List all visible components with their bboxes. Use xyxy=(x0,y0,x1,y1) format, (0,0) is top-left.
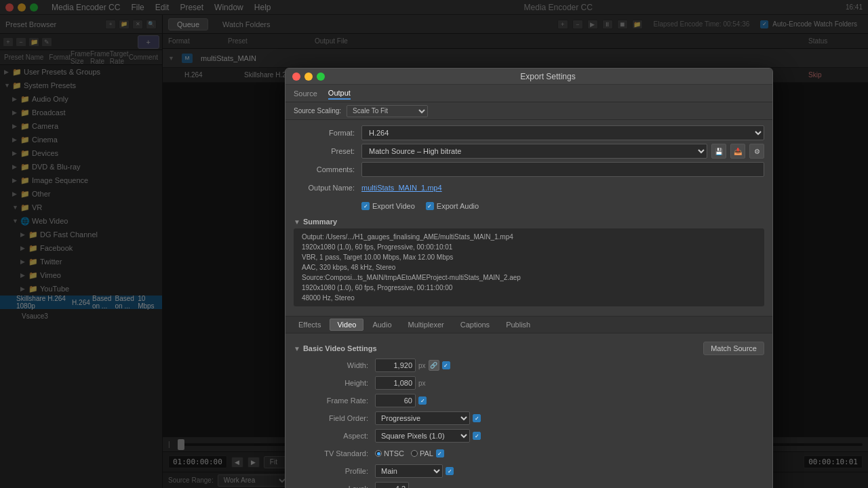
new-preset-btn[interactable]: + xyxy=(105,20,116,29)
publish-tab[interactable]: Publish xyxy=(498,319,538,331)
folder-queue-icon[interactable]: 📁 xyxy=(632,20,643,29)
aspect-lock[interactable]: ✓ xyxy=(473,432,481,440)
basic-video-header[interactable]: ▼ Basic Video Settings Match Source xyxy=(294,342,764,355)
play-forward-btn[interactable]: ▶ xyxy=(248,457,260,468)
devices-item[interactable]: ▶ 📁 Devices xyxy=(0,146,162,160)
modal-min-btn[interactable] xyxy=(304,73,313,81)
pal-radio[interactable]: PAL xyxy=(411,449,433,458)
folder-icon[interactable]: 📁 xyxy=(28,37,39,47)
help-menu-item[interactable]: Help xyxy=(254,3,271,12)
effects-tab[interactable]: Effects xyxy=(291,319,328,331)
add-icon[interactable]: + xyxy=(3,37,14,47)
apply-preset-button[interactable]: + xyxy=(138,35,159,49)
dvd-bluray-item[interactable]: ▶ 📁 DVD & Blu-ray xyxy=(0,160,162,174)
captions-tab[interactable]: Captions xyxy=(453,319,497,331)
skillshare-preset-row[interactable]: Skillshare H.264 1080p H.264 Based on ..… xyxy=(0,296,162,309)
pause-queue-icon[interactable]: ⏸ xyxy=(602,20,613,29)
width-lock-checkbox[interactable]: ✓ xyxy=(442,361,450,369)
save-preset-icon[interactable]: 💾 xyxy=(711,144,726,159)
play-backward-btn[interactable]: ◀ xyxy=(231,457,243,468)
audio-tab[interactable]: Audio xyxy=(365,319,399,331)
add-queue-icon[interactable]: + xyxy=(557,20,568,29)
app-menu-item[interactable]: Media Encoder CC xyxy=(52,3,120,12)
remove-icon[interactable]: − xyxy=(16,37,26,47)
file-menu-item[interactable]: File xyxy=(131,3,144,12)
play-queue-icon[interactable]: ▶ xyxy=(587,20,598,29)
maximize-button[interactable] xyxy=(30,3,38,12)
app-title: Media Encoder CC xyxy=(271,3,845,12)
timeline-thumb[interactable] xyxy=(178,439,184,450)
twitter-item[interactable]: ▶ 📁 Twitter xyxy=(0,255,162,268)
summary-section-header[interactable]: ▼ Summary xyxy=(294,218,764,226)
q-col-output: Output File xyxy=(315,37,803,45)
output-tab[interactable]: Output xyxy=(328,87,351,100)
tv-standard-lock[interactable]: ✓ xyxy=(436,449,444,458)
vimeo-item[interactable]: ▶ 📁 Vimeo xyxy=(0,268,162,282)
preset-col-headers: Preset Name Format Frame Size Frame Rate… xyxy=(0,50,162,65)
match-source-button[interactable]: Match Source xyxy=(703,342,764,355)
modal-close-btn[interactable] xyxy=(292,73,300,81)
auto-encode-checkbox[interactable]: ✓ xyxy=(760,20,768,28)
preset-browser-panel: Preset Browser + 📁 ✕ 🔍 + − 📁 ✎ + Preset … xyxy=(0,15,163,488)
cinema-item[interactable]: ▶ 📁 Cinema xyxy=(0,133,162,146)
format-select[interactable]: H.264 H.265 ProRes xyxy=(361,125,764,140)
comments-input[interactable] xyxy=(361,162,764,177)
frame-rate-input[interactable] xyxy=(375,394,416,407)
youtube-item[interactable]: ▶ 📁 YouTube xyxy=(0,282,162,296)
web-video-item[interactable]: ▼ 🌐 Web Video xyxy=(0,214,162,228)
facebook-item[interactable]: ▶ 📁 Facebook xyxy=(0,241,162,255)
image-seq-arrow: ▶ xyxy=(12,177,20,184)
window-controls[interactable] xyxy=(5,3,38,12)
profile-select[interactable]: Main High Baseline xyxy=(375,464,443,478)
vsauce3-preset-row[interactable]: Vsauce3 xyxy=(0,309,162,323)
source-scaling-select[interactable]: Scale To Fit Scale To Fill Stretch To Fi… xyxy=(347,105,428,117)
camera-item[interactable]: ▶ 📁 Camera xyxy=(0,119,162,133)
modal-window-controls[interactable] xyxy=(292,73,325,81)
settings-preset-icon[interactable]: ⚙ xyxy=(749,144,764,159)
height-input[interactable] xyxy=(375,376,416,390)
modal-max-btn[interactable] xyxy=(317,73,325,81)
window-menu-item[interactable]: Window xyxy=(214,3,243,12)
width-input[interactable] xyxy=(375,359,416,372)
multiplexer-tab[interactable]: Multiplexer xyxy=(401,319,452,331)
vr-item[interactable]: ▼ 📁 VR xyxy=(0,201,162,214)
preset-menu-item[interactable]: Preset xyxy=(180,3,203,12)
field-order-lock[interactable]: ✓ xyxy=(473,414,481,422)
broadcast-item[interactable]: ▶ 📁 Broadcast xyxy=(0,106,162,119)
other-arrow: ▶ xyxy=(12,190,20,197)
source-tab[interactable]: Source xyxy=(294,88,317,99)
delete-preset-btn[interactable]: ✕ xyxy=(132,20,143,29)
video-tab[interactable]: Video xyxy=(330,319,363,331)
frame-rate-lock[interactable]: ✓ xyxy=(418,396,427,405)
minimize-button[interactable] xyxy=(18,3,26,12)
aspect-select[interactable]: Square Pixels (1.0) xyxy=(375,429,470,443)
edit-icon[interactable]: ✎ xyxy=(41,37,52,47)
close-button[interactable] xyxy=(5,3,14,12)
remove-queue-icon[interactable]: − xyxy=(572,20,583,29)
ntsc-radio[interactable]: NTSC xyxy=(375,449,404,458)
user-presets-section[interactable]: ▶ 📁 User Presets & Groups xyxy=(0,65,162,79)
search-icon[interactable]: 🔍 xyxy=(146,20,157,29)
other-item[interactable]: ▶ 📁 Other xyxy=(0,187,162,201)
field-order-select[interactable]: Progressive Upper Field First Lower Fiel… xyxy=(375,411,470,425)
level-input[interactable] xyxy=(375,482,409,488)
queue-tab[interactable]: Queue xyxy=(168,18,208,30)
system-presets-section[interactable]: ▼ 📁 System Presets xyxy=(0,79,162,92)
export-video-checkbox[interactable]: ✓ xyxy=(361,202,370,210)
dg-fast-channel-item[interactable]: ▶ 📁 DG Fast Channel xyxy=(0,228,162,241)
queue-item-header[interactable]: ▼ M multiStats_MAIN xyxy=(163,49,868,68)
panel-icons: + 📁 ✕ 🔍 xyxy=(105,20,157,29)
image-seq-item[interactable]: ▶ 📁 Image Sequence xyxy=(0,174,162,187)
profile-lock[interactable]: ✓ xyxy=(446,467,454,475)
audio-only-item[interactable]: ▶ 📁 Audio Only xyxy=(0,92,162,106)
folder-btn[interactable]: 📁 xyxy=(119,20,130,29)
preset-select[interactable]: Match Source – High bitrate Match Source… xyxy=(361,144,707,159)
watch-folders-tab[interactable]: Watch Folders xyxy=(214,18,279,30)
export-audio-checkbox[interactable]: ✓ xyxy=(426,202,434,210)
link-dimensions-icon[interactable]: 🔗 xyxy=(429,360,439,371)
edit-menu-item[interactable]: Edit xyxy=(155,3,170,12)
stop-queue-icon[interactable]: ⏹ xyxy=(617,20,628,29)
source-range-select[interactable]: Work Area Entire Sequence Custom xyxy=(218,474,288,487)
import-preset-icon[interactable]: 📥 xyxy=(730,144,745,159)
output-name-value[interactable]: multiStats_MAIN_1.mp4 xyxy=(361,184,442,192)
